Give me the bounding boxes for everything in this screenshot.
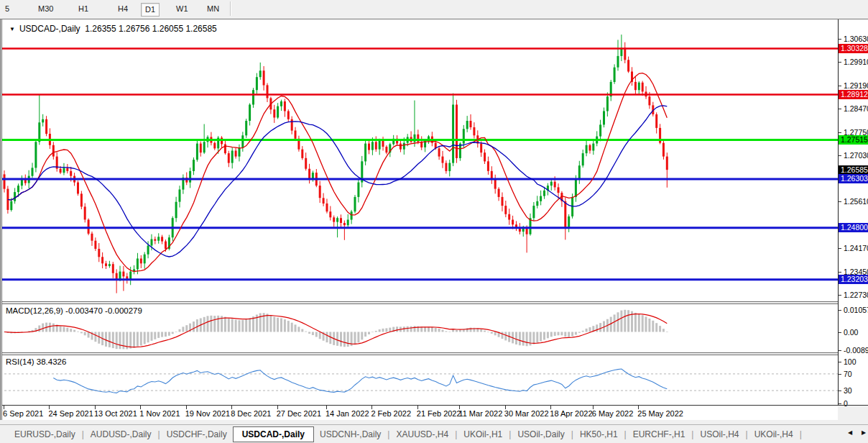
date-label: 18 Apr 2022 — [550, 409, 592, 418]
tab-eurusd-daily[interactable]: EURUSD-,Daily — [9, 427, 81, 442]
price-tick-dash — [839, 295, 841, 296]
tab-audusd-daily[interactable]: AUDUSD-,Daily — [85, 427, 157, 442]
macd-values: -0.003470 -0.000279 — [65, 306, 142, 315]
price-tick-dash — [839, 86, 841, 86]
price-tick-dash — [839, 62, 841, 63]
tab-separator: | — [455, 429, 457, 439]
tab-ukoil-h4[interactable]: UKOil-,H4 — [749, 427, 799, 442]
price-tick: 1.24170 — [844, 245, 868, 252]
macd-tick: 0.010578 — [844, 306, 868, 314]
price-tick-dash — [839, 155, 841, 156]
tab-ukoil-h1[interactable]: UKOil-,H1 — [458, 427, 508, 442]
level-price-badge: 1.24800 — [839, 223, 868, 232]
time-axis[interactable]: 6 Sep 202124 Sep 202113 Oct 20211 Nov 20… — [0, 406, 838, 420]
tabs-scroll-left-icon[interactable]: ◀ — [848, 429, 852, 436]
price-tick-dash — [839, 201, 841, 202]
window-left-frame — [0, 19, 2, 420]
rsi-tick: 0 — [844, 400, 848, 408]
timeframe-toolbar: 5M30H1H4D1W1MN — [0, 0, 868, 19]
symbol-dropdown-icon[interactable]: ▼ — [9, 26, 15, 32]
price-tick-dash — [839, 132, 841, 133]
tabs-scroll-right-icon[interactable]: ▶ — [862, 429, 866, 436]
tab-separator: | — [571, 429, 573, 439]
mt4-workspace: 5M30H1H4D1W1MN ▼USDCAD-,Daily 1.26355 1.… — [0, 0, 868, 443]
date-label: 21 Feb 2022 — [417, 409, 461, 418]
rsi-chart[interactable] — [0, 355, 838, 405]
tab-usdchf-daily[interactable]: USDCHF-,Daily — [161, 427, 233, 442]
date-label: 8 Dec 2021 — [231, 409, 271, 418]
timeframe-button-5[interactable]: 5 — [1, 3, 13, 15]
time-axis-line — [0, 405, 868, 406]
tab-hk50-h1[interactable]: HK50-,H1 — [574, 427, 624, 442]
rsi-tick: 30 — [844, 387, 852, 395]
date-label: 11 Mar 2022 — [458, 409, 502, 418]
rsi-tick-dash — [839, 403, 841, 404]
tab-usdcnh-daily[interactable]: USDCNH-,Daily — [314, 427, 387, 442]
candlestick-chart[interactable] — [0, 19, 838, 301]
date-label: 25 May 2022 — [637, 409, 683, 418]
timeframe-button-h1[interactable]: H1 — [75, 3, 92, 15]
level-price-badge: 1.28912 — [839, 90, 868, 99]
price-tick: 1.27030 — [844, 152, 868, 160]
price-axis[interactable]: 1.306301.299101.291901.284701.277501.270… — [838, 19, 868, 405]
price-tick: 1.30630 — [844, 35, 868, 43]
date-label: 27 Dec 2021 — [277, 409, 321, 418]
level-price-badge: 1.30328 — [839, 44, 868, 53]
date-label: 6 Sep 2021 — [3, 409, 43, 418]
tab-usoil-daily[interactable]: USOil-,Daily — [512, 427, 570, 442]
price-tick: 1.25610 — [844, 198, 868, 206]
rsi-name: RSI(14) — [6, 357, 34, 366]
timeframe-button-w1[interactable]: W1 — [172, 3, 192, 15]
date-label: 19 Nov 2021 — [185, 409, 230, 418]
tab-separator: | — [746, 429, 748, 439]
chart-title: ▼USDCAD-,Daily 1.26355 1.26756 1.26055 1… — [9, 24, 217, 34]
rsi-label: RSI(14) 38.4326 — [6, 357, 66, 366]
date-label: 30 Mar 2022 — [504, 409, 549, 418]
rsi-tick-dash — [839, 362, 841, 362]
price-tick: 1.28470 — [844, 105, 868, 113]
current-price-badge: 1.26585 — [839, 165, 868, 175]
tab-separator: | — [691, 429, 693, 439]
date-label: 1 Nov 2021 — [139, 409, 180, 418]
tab-xauusd-h4[interactable]: XAUUSD-,H4 — [390, 427, 454, 442]
rsi-value: 38.4326 — [37, 357, 67, 366]
rsi-tick: 100 — [844, 358, 857, 366]
tab-separator: | — [800, 429, 802, 439]
chart-tab-bar: EURUSD-,Daily|AUDUSD-,Daily|USDCHF-,Dail… — [0, 424, 868, 443]
tab-eurchf-h1[interactable]: EURCHF-,H1 — [627, 427, 691, 442]
timeframe-button-h4[interactable]: H4 — [114, 3, 131, 15]
tab-separator: | — [387, 429, 389, 439]
price-tick-dash — [839, 39, 841, 40]
tab-separator: | — [624, 429, 627, 439]
macd-name: MACD(12,26,9) — [6, 306, 63, 315]
chart-title-ohlc: 1.26355 1.26756 1.26055 1.26585 — [85, 24, 217, 34]
tab-separator: | — [158, 429, 160, 439]
level-price-badge: 1.23203 — [839, 275, 868, 284]
macd-label: MACD(12,26,9) -0.003470 -0.000279 — [6, 306, 142, 315]
macd-tick-dash — [839, 310, 841, 311]
level-price-badge: 1.27515 — [839, 135, 868, 145]
tab-separator: | — [509, 429, 511, 439]
timeframe-button-mn[interactable]: MN — [203, 3, 223, 15]
macd-tick-dash — [839, 350, 841, 351]
price-tick-dash — [839, 109, 841, 109]
rsi-tick: 70 — [844, 370, 852, 378]
price-tick: 1.22730 — [844, 291, 868, 299]
tab-usdcad-daily[interactable]: USDCAD-,Daily — [233, 426, 314, 442]
tab-separator: | — [82, 429, 84, 439]
price-tick-dash — [839, 248, 841, 249]
chart-title-symbol: USDCAD-,Daily — [19, 24, 80, 34]
date-label: 14 Jan 2022 — [326, 409, 369, 418]
timeframe-button-m30[interactable]: M30 — [34, 3, 57, 15]
date-label: 2 Feb 2022 — [371, 409, 411, 418]
rsi-tick-dash — [839, 374, 841, 375]
price-tick: 1.29190 — [844, 82, 868, 90]
date-label: 13 Oct 2021 — [94, 409, 137, 418]
tab-usoil-h4[interactable]: USOil-,H4 — [694, 427, 744, 442]
macd-tick: 0.00 — [844, 329, 858, 337]
toolbar-separator — [230, 1, 231, 16]
macd-tick-dash — [839, 332, 841, 333]
level-price-badge: 1.26303 — [839, 174, 868, 183]
timeframe-button-d1[interactable]: D1 — [141, 3, 160, 17]
macd-tick: -0.00896 — [844, 347, 868, 355]
